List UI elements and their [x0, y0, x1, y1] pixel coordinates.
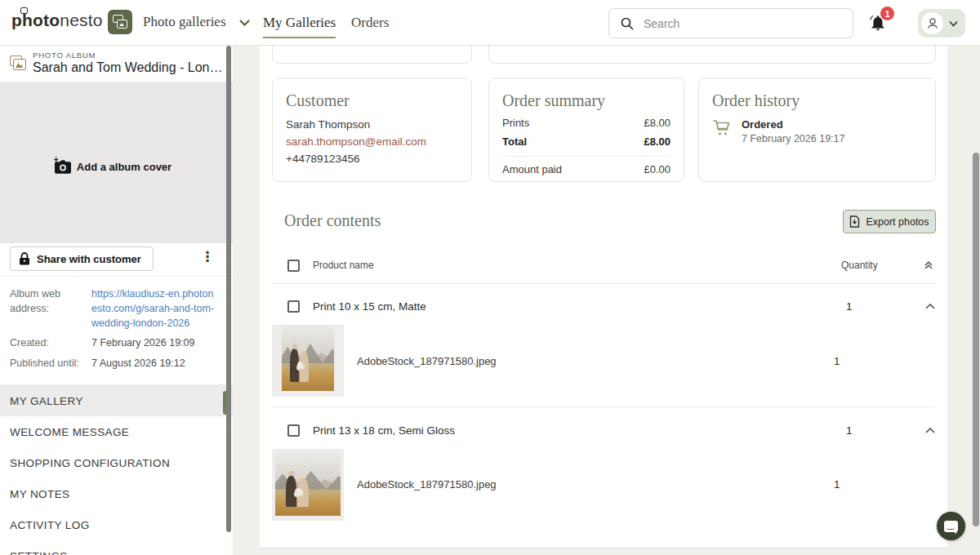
photo-filename: AdobeStock_187971580.jpeg: [357, 355, 497, 367]
customer-card-title: Customer: [286, 91, 458, 110]
tab-my-galleries[interactable]: My Galleries: [263, 15, 336, 38]
album-more-menu[interactable]: ⋮: [198, 246, 217, 269]
camera-plus-icon: +: [55, 160, 71, 174]
order-history-event: Ordered 7 February 2026 19:17: [712, 118, 922, 144]
share-button-label: Share with customer: [37, 253, 141, 265]
photo-filename: AdobeStock_187971580.jpeg: [357, 478, 497, 491]
summary-total-row: Total £8.00: [502, 135, 670, 148]
add-album-cover-button[interactable]: + Add a album cover: [0, 160, 226, 174]
lock-icon: [19, 252, 30, 265]
order-contents-title: Order contents: [284, 211, 381, 230]
chat-icon: [944, 521, 958, 532]
sidebar-item-shopping-configuration[interactable]: SHOPPING CONFIGURATION: [0, 447, 233, 478]
order-table-header: Product name Quantity: [272, 251, 935, 279]
album-sidebar: PHOTO ALBUM Sarah and Tom Wedding - Lon……: [0, 46, 233, 555]
gallery-selector-label: Photo galleries: [143, 14, 226, 30]
summary-divider: [502, 156, 670, 157]
published-row: Published until: 7 August 2026 19:12: [10, 356, 223, 371]
logo[interactable]: photonesto: [11, 11, 103, 30]
person-icon: [926, 17, 939, 30]
customer-name: Sarah Thompson: [286, 118, 458, 131]
sidebar-item-activity-log[interactable]: ACTIVITY LOG: [0, 509, 233, 540]
share-row: Share with customer ⋮: [0, 243, 233, 276]
product-quantity: 1: [846, 300, 853, 313]
summary-paid-row: Amount paid £0.00: [502, 163, 670, 175]
order-status: Ordered: [742, 118, 844, 131]
search-box[interactable]: [608, 8, 853, 38]
sidebar-item-my-notes[interactable]: MY NOTES: [0, 478, 233, 509]
account-menu-button[interactable]: [918, 9, 965, 38]
logo-camera-p: p: [11, 11, 22, 30]
order-summary-title: Order summary: [502, 91, 670, 110]
album-web-address-row: Album web address: https://klaudiusz-en.…: [10, 286, 223, 331]
amount-paid-label: Amount paid: [502, 163, 562, 175]
order-date: 7 February 2026 19:17: [742, 133, 844, 144]
notification-badge: 1: [880, 7, 894, 20]
album-header: PHOTO ALBUM Sarah and Tom Wedding - Lon…: [0, 46, 233, 82]
photo-galleries-icon: [108, 10, 132, 34]
chat-widget-button[interactable]: [937, 512, 965, 540]
gallery-type-selector[interactable]: Photo galleries: [108, 10, 250, 34]
published-value: 7 August 2026 19:12: [91, 356, 185, 371]
table-row: Print 10 x 15 cm, Matte 1: [272, 293, 935, 319]
web-address-label: Album web address:: [10, 286, 91, 331]
collapse-all-icon[interactable]: [923, 260, 934, 271]
share-with-customer-button[interactable]: Share with customer: [10, 246, 154, 271]
row-checkbox[interactable]: [287, 424, 300, 437]
quantity-column-header: Quantity: [841, 260, 878, 271]
album-info-section: Album web address: https://klaudiusz-en.…: [0, 276, 233, 385]
photo-quantity: 1: [834, 355, 840, 367]
customer-email-link[interactable]: sarah.thompson@email.com: [286, 135, 458, 148]
album-type-label: PHOTO ALBUM: [33, 51, 96, 60]
tab-orders[interactable]: Orders: [351, 15, 389, 31]
prints-value: £8.00: [644, 117, 670, 129]
notifications-button[interactable]: 1: [869, 13, 893, 36]
album-web-address-link[interactable]: https://klaudiusz-en.photonesto.com/g/sa…: [91, 286, 216, 331]
photo-quantity: 1: [834, 478, 840, 491]
sidebar-item-my-gallery[interactable]: MY GALLERY: [0, 385, 233, 416]
search-icon: [621, 17, 634, 30]
amount-paid-value: £0.00: [644, 163, 670, 175]
export-button-label: Export photos: [866, 216, 929, 228]
sidebar-item-settings[interactable]: SETTINGS: [0, 540, 233, 555]
created-label: Created:: [10, 335, 91, 350]
export-photos-button[interactable]: Export photos: [843, 210, 936, 233]
partial-card-top-right: [488, 46, 936, 64]
avatar: [921, 12, 943, 34]
created-row: Created: 7 February 2026 19:09: [10, 335, 223, 350]
total-label: Total: [502, 135, 527, 148]
album-cover-area: + Add a album cover: [0, 82, 233, 243]
sidebar-item-welcome-message[interactable]: WELCOME MESSAGE: [0, 416, 233, 447]
product-name: Print 13 x 18 cm, Semi Gloss: [313, 424, 455, 437]
top-bar: photonesto Photo galleries My Galleries …: [0, 0, 980, 46]
chevron-up-icon[interactable]: [924, 303, 936, 310]
summary-prints-row: Prints £8.00: [502, 117, 670, 129]
table-row: Print 13 x 18 cm, Semi Gloss 1: [272, 417, 935, 443]
prints-label: Prints: [502, 117, 529, 129]
table-divider: [272, 406, 936, 407]
file-download-icon: [849, 215, 860, 228]
photo-thumbnail[interactable]: [272, 449, 344, 521]
search-input[interactable]: [644, 17, 831, 30]
cart-icon: [712, 118, 732, 138]
add-cover-label: Add a album cover: [77, 161, 172, 173]
page-scrollbar[interactable]: [973, 153, 979, 526]
chevron-down-icon: [239, 19, 250, 26]
chevron-up-icon[interactable]: [924, 427, 936, 434]
product-name: Print 10 x 15 cm, Matte: [313, 300, 426, 313]
partial-card-top-left: [272, 46, 472, 64]
album-title: Sarah and Tom Wedding - Lon…: [33, 60, 229, 75]
order-summary-card: Order summary Prints £8.00 Total £8.00 A…: [488, 78, 684, 182]
customer-phone: +44789123456: [286, 153, 458, 165]
order-history-title: Order history: [712, 91, 922, 110]
table-divider: [272, 283, 936, 284]
sidebar-scrollbar[interactable]: [226, 46, 231, 532]
photo-thumbnail[interactable]: [272, 325, 344, 397]
photo-album-icon: [10, 56, 28, 72]
row-checkbox[interactable]: [287, 300, 300, 313]
select-all-checkbox[interactable]: [287, 260, 300, 272]
order-detail-panel: Customer Sarah Thompson sarah.thompson@e…: [260, 46, 947, 548]
product-name-column-header: Product name: [313, 260, 374, 271]
chevron-down-icon: [949, 20, 958, 27]
published-label: Published until:: [10, 356, 91, 371]
